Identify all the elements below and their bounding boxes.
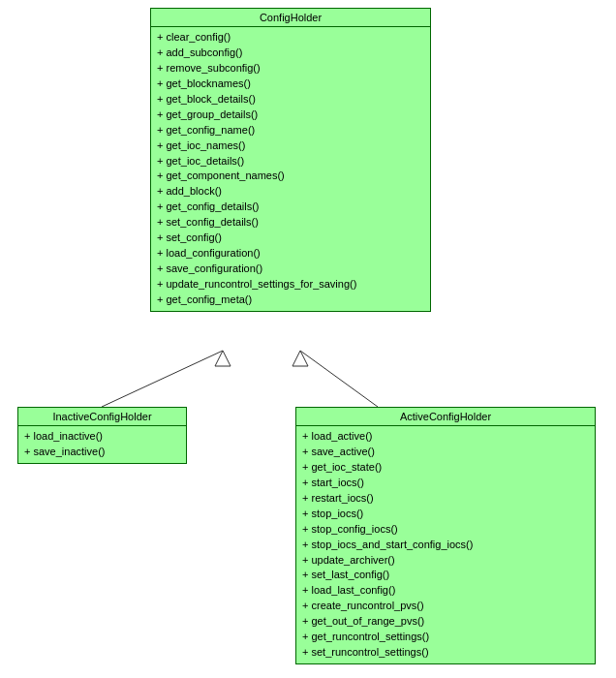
method-load-active: + load_active() [302,429,589,445]
method-set-runcontrol-settings: + set_runcontrol_settings() [302,645,589,661]
active-config-holder-title: ActiveConfigHolder [296,408,595,426]
config-holder-class: ConfigHolder + clear_config() + add_subc… [150,8,431,312]
svg-line-0 [102,351,223,407]
svg-line-2 [300,351,378,407]
method-create-runcontrol-pvs: + create_runcontrol_pvs() [302,599,589,614]
method-restart-iocs: + restart_iocs() [302,491,589,507]
inactive-config-holder-class: InactiveConfigHolder + load_inactive() +… [17,407,187,464]
method-get-group-details: + get_group_details() [157,108,424,123]
method-set-config-details: + set_config_details() [157,215,424,231]
method-add-block: + add_block() [157,184,424,200]
method-update-runcontrol: + update_runcontrol_settings_for_saving(… [157,277,424,293]
svg-marker-1 [215,351,231,366]
method-save-inactive: + save_inactive() [24,445,180,460]
method-get-blocknames: + get_blocknames() [157,77,424,92]
method-set-config: + set_config() [157,231,424,246]
config-holder-body: + clear_config() + add_subconfig() + rem… [151,27,430,311]
method-stop-iocs-start-config: + stop_iocs_and_start_config_iocs() [302,538,589,553]
method-get-config-name: + get_config_name() [157,123,424,139]
method-get-runcontrol-settings: + get_runcontrol_settings() [302,630,589,645]
method-get-block-details: + get_block_details() [157,92,424,108]
method-start-iocs: + start_iocs() [302,476,589,491]
method-clear-config: + clear_config() [157,30,424,46]
method-get-out-of-range-pvs: + get_out_of_range_pvs() [302,614,589,630]
method-remove-subconfig: + remove_subconfig() [157,61,424,77]
method-get-ioc-state: + get_ioc_state() [302,460,589,476]
active-config-holder-class: ActiveConfigHolder + load_active() + sav… [295,407,596,664]
method-load-configuration: + load_configuration() [157,246,424,262]
method-save-configuration: + save_configuration() [157,262,424,277]
method-add-subconfig: + add_subconfig() [157,46,424,61]
method-update-archiver: + update_archiver() [302,553,589,569]
inactive-config-holder-body: + load_inactive() + save_inactive() [18,426,186,463]
config-holder-title: ConfigHolder [151,9,430,27]
method-stop-config-iocs: + stop_config_iocs() [302,522,589,538]
active-config-holder-body: + load_active() + save_active() + get_io… [296,426,595,663]
method-set-last-config: + set_last_config() [302,568,589,583]
method-get-config-details: + get_config_details() [157,200,424,215]
method-load-inactive: + load_inactive() [24,429,180,445]
diagram-container: ConfigHolder + clear_config() + add_subc… [0,0,616,678]
method-get-ioc-names: + get_ioc_names() [157,139,424,154]
method-get-ioc-details: + get_ioc_details() [157,154,424,170]
method-save-active: + save_active() [302,445,589,460]
method-get-config-meta: + get_config_meta() [157,293,424,308]
svg-marker-3 [293,351,308,366]
method-load-last-config: + load_last_config() [302,583,589,599]
inactive-config-holder-title: InactiveConfigHolder [18,408,186,426]
method-get-component-names: + get_component_names() [157,169,424,184]
method-stop-iocs: + stop_iocs() [302,507,589,522]
